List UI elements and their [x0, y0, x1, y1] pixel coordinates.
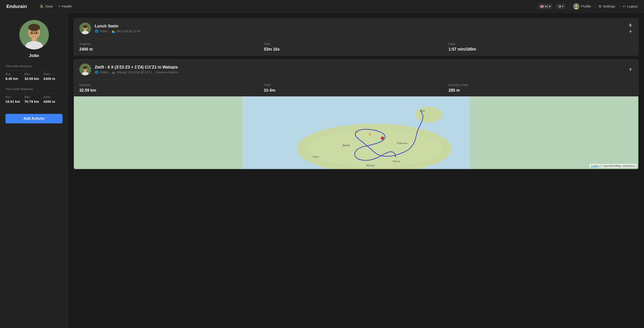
- activity-title-2: Zwift - 6 X (3'Z2-Z3 + 1'Z4) C/1'Z1 in W…: [95, 65, 633, 70]
- activity-avatar-2: [79, 63, 91, 75]
- stat-elevation-label-2: Elevation Gain: [448, 83, 633, 87]
- activity-map-2: Banie Paeu Kulavanu Temuo Murivai Tinu: [74, 96, 638, 169]
- svg-point-34: [306, 131, 442, 167]
- month-bike-label: Bike: [24, 96, 44, 99]
- svg-text:Temuo: Temuo: [392, 160, 400, 163]
- chevron-down-icon: ▾: [549, 4, 550, 8]
- navbar: Endurain 🚴 Gear ♥ Health 🇺🇸 us ▾ ◑ ▾: [0, 0, 644, 13]
- nav-health[interactable]: ♥ Health: [58, 4, 72, 8]
- stat-distance-label-1: Distance: [79, 42, 264, 46]
- stat-elevation-2: Elevation Gain 285 m: [448, 83, 633, 93]
- locale-selector[interactable]: 🇺🇸 us ▾: [538, 4, 552, 9]
- theme-toggle[interactable]: ◑ ▾: [556, 4, 566, 9]
- user-avatar: [19, 20, 49, 49]
- gear-icon: ⚙: [598, 4, 602, 8]
- stat-pace-value-1: 1:57 min/100m: [448, 47, 633, 52]
- svg-point-33: [415, 107, 442, 123]
- add-activity-button[interactable]: Add Activity: [6, 114, 62, 123]
- month-stats: This month distances Run 15.91 km Bike 7…: [6, 87, 62, 106]
- main-content: Lunch Swim 🌐 Public - 🏊 06/11/24 @ 11:44: [68, 13, 644, 328]
- brand-logo: Endurain: [6, 4, 27, 9]
- leaflet-link[interactable]: Leaflet: [591, 164, 598, 167]
- svg-point-12: [31, 32, 32, 34]
- activity-header-2: Zwift - 6 X (3'Z2-Z3 + 1'Z4) C/1'Z1 in W…: [74, 59, 638, 79]
- week-bike-label: Bike: [24, 73, 44, 76]
- week-bike-value: 32.59 km: [24, 77, 44, 81]
- settings-button[interactable]: ⚙ Settings: [595, 4, 615, 8]
- week-swim-stat: Swim 2400 m: [44, 70, 62, 83]
- activity-meta-1: Lunch Swim 🌐 Public - 🏊 06/11/24 @ 11:44: [95, 24, 633, 33]
- month-bike-stat: Bike 70.79 km: [24, 93, 44, 106]
- sidebar: João This week distances Run 8.45 km Bik…: [0, 13, 68, 328]
- month-bike-value: 70.79 km: [24, 100, 44, 103]
- month-swim-value: 4200 m: [44, 100, 62, 103]
- globe-icon-2: 🌐: [95, 71, 98, 74]
- user-name: João: [29, 53, 39, 58]
- visibility-2: Public: [100, 71, 108, 74]
- stat-distance-value-1: 2400 m: [79, 47, 264, 52]
- flag-icon: 🇺🇸: [540, 4, 544, 8]
- month-label: This month distances: [6, 87, 62, 91]
- page-layout: João This week distances Run 8.45 km Bik…: [0, 13, 644, 328]
- week-stats-row: Run 8.45 km Bike 32.59 km Swim 2400 m: [6, 70, 62, 83]
- week-swim-value: 2400 m: [44, 77, 62, 81]
- svg-text:Paeu: Paeu: [313, 155, 319, 158]
- logout-icon: ↩: [623, 4, 626, 8]
- activity-card-1: Lunch Swim 🌐 Public - 🏊 06/11/24 @ 11:44: [74, 18, 638, 56]
- logout-button[interactable]: ↩ Logout: [619, 4, 638, 8]
- week-bike-stat: Bike 32.59 km: [24, 70, 44, 83]
- svg-text:Murivai: Murivai: [366, 164, 374, 167]
- map-attribution: Leaflet | © OpenStreetMap contributors: [590, 164, 636, 168]
- svg-text:Tinu: Tinu: [420, 109, 425, 113]
- stat-time-value-2: 1h 6m: [264, 88, 448, 93]
- activity-card-2: Zwift - 6 X (3'Z2-Z3 + 1'Z4) C/1'Z1 in W…: [74, 59, 638, 169]
- chevron-down-icon-theme: ▾: [562, 4, 563, 8]
- heart-icon: ♥: [58, 4, 60, 8]
- week-label: This week distances: [6, 64, 62, 68]
- week-swim-label: Swim: [44, 73, 62, 76]
- svg-point-13: [36, 32, 37, 34]
- activity-stats-1: Distance 2400 m Time 53m 16s Pace 1:57 m…: [74, 38, 638, 55]
- svg-marker-21: [630, 29, 632, 33]
- location-2: Solomon Islands: [156, 71, 178, 74]
- week-run-label: Run: [6, 73, 24, 76]
- bike-icon: 🚴: [40, 4, 44, 8]
- visibility-1: Public: [100, 29, 108, 33]
- svg-point-1: [575, 4, 578, 7]
- svg-text:Kulavanu: Kulavanu: [397, 142, 408, 145]
- profile-button[interactable]: Profile: [569, 3, 591, 9]
- stat-pace-1: Pace 1:57 min/100m: [448, 42, 633, 52]
- osm-attribution: © OpenStreetMap contributors: [600, 164, 635, 167]
- month-run-label: Run: [6, 96, 24, 99]
- svg-text:Banie: Banie: [342, 144, 350, 147]
- activity-stats-2: Distance 32.59 km Time 1h 6m Elevation G…: [74, 79, 638, 96]
- nav-gear[interactable]: 🚴 Gear: [40, 4, 53, 8]
- stat-elevation-value-2: 285 m: [448, 88, 633, 93]
- activity-title-1: Lunch Swim: [95, 24, 633, 28]
- stat-pace-label-1: Pace: [448, 42, 633, 46]
- strava-icon-2[interactable]: [628, 67, 633, 72]
- week-stats: This week distances Run 8.45 km Bike 32.…: [6, 64, 62, 83]
- stat-time-label-1: Time: [264, 42, 448, 46]
- stat-time-label-2: Time: [264, 83, 448, 87]
- svg-marker-29: [630, 67, 632, 71]
- svg-rect-43: [381, 137, 384, 140]
- date-1: 06/11/24 @ 11:44: [116, 29, 140, 33]
- month-swim-label: Swim: [44, 96, 62, 99]
- activity-header-1: Lunch Swim 🌐 Public - 🏊 06/11/24 @ 11:44: [74, 18, 638, 38]
- swim-icon-1: 🏊: [112, 29, 115, 33]
- stat-distance-1: Distance 2400 m: [79, 42, 264, 52]
- month-swim-stat: Swim 4200 m: [44, 93, 62, 106]
- stat-time-1: Time 53m 16s: [264, 42, 448, 52]
- stat-distance-value-2: 32.59 km: [79, 88, 264, 93]
- month-run-value: 15.91 km: [6, 100, 24, 103]
- date-2: 05/11/24 @ 12:11: [128, 71, 152, 74]
- strava-icon-1[interactable]: [628, 23, 633, 34]
- bike-icon-2: 🚲: [112, 71, 115, 74]
- stat-time-2: Time 1h 6m: [264, 83, 448, 93]
- month-run-stat: Run 15.91 km: [6, 93, 24, 106]
- globe-icon-1: 🌐: [95, 29, 98, 33]
- week-run-stat: Run 8.45 km: [6, 70, 24, 83]
- activity-subtitle-2: 🌐 Public - 🚲 (Virtual) 05/11/24 @ 12:11 …: [95, 71, 633, 74]
- svg-point-6: [28, 24, 40, 31]
